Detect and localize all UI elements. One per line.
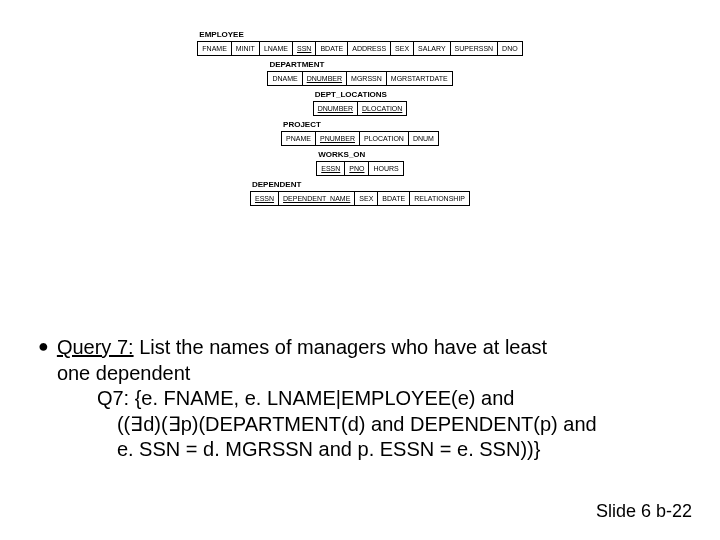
query-line3: e. SSN = d. MGRSSN and p. ESSN = e. SSN)… bbox=[117, 437, 541, 463]
schema-cell: LNAME bbox=[259, 41, 293, 56]
schema-cell: DLOCATION bbox=[357, 101, 407, 116]
schema-row: PNAMEPNUMBERPLOCATIONDNUM bbox=[281, 131, 439, 146]
schema-cell: SUPERSSN bbox=[450, 41, 499, 56]
query-desc2: one dependent bbox=[57, 362, 190, 384]
schema-cell: PLOCATION bbox=[359, 131, 409, 146]
schema-label: DEPARTMENT bbox=[269, 60, 324, 69]
schema-cell: MINIT bbox=[231, 41, 260, 56]
schema-label: PROJECT bbox=[283, 120, 321, 129]
bullet-icon: ● bbox=[38, 335, 49, 358]
schema-cell: SEX bbox=[354, 191, 378, 206]
schema-cell: PNUMBER bbox=[315, 131, 360, 146]
schema-works-on: WORKS_ON ESSNPNOHOURS bbox=[316, 150, 404, 176]
schema-project: PROJECT PNAMEPNUMBERPLOCATIONDNUM bbox=[281, 120, 439, 146]
schema-cell: ADDRESS bbox=[347, 41, 391, 56]
schema-row: DNUMBERDLOCATION bbox=[313, 101, 408, 116]
schema-cell: BDATE bbox=[377, 191, 410, 206]
query-line1: Q7: {e. FNAME, e. LNAME|EMPLOYEE(e) and bbox=[97, 387, 515, 409]
query-desc1: List the names of managers who have at l… bbox=[134, 336, 548, 358]
query-label: Query 7: bbox=[57, 336, 134, 358]
schema-diagram: EMPLOYEE FNAMEMINITLNAMESSNBDATEADDRESSS… bbox=[0, 0, 720, 206]
schema-cell: DNUMBER bbox=[313, 101, 358, 116]
schema-label: WORKS_ON bbox=[318, 150, 365, 159]
schema-cell: SSN bbox=[292, 41, 316, 56]
schema-cell: SEX bbox=[390, 41, 414, 56]
schema-cell: DNUMBER bbox=[302, 71, 347, 86]
schema-department: DEPARTMENT DNAMEDNUMBERMGRSSNMGRSTARTDAT… bbox=[267, 60, 452, 86]
schema-cell: DNUM bbox=[408, 131, 439, 146]
schema-row: FNAMEMINITLNAMESSNBDATEADDRESSSEXSALARYS… bbox=[197, 41, 522, 56]
schema-row: ESSNDEPENDENT_NAMESEXBDATERELATIONSHIP bbox=[250, 191, 470, 206]
schema-cell: DEPENDENT_NAME bbox=[278, 191, 355, 206]
schema-cell: SALARY bbox=[413, 41, 451, 56]
schema-row: ESSNPNOHOURS bbox=[316, 161, 404, 176]
schema-cell: MGRSTARTDATE bbox=[386, 71, 453, 86]
schema-cell: DNO bbox=[497, 41, 523, 56]
query-line2: ((∃d)(∃p)(DEPARTMENT(d) and DEPENDENT(p)… bbox=[117, 412, 597, 438]
schema-cell: ESSN bbox=[250, 191, 279, 206]
schema-cell: PNAME bbox=[281, 131, 316, 146]
schema-cell: DNAME bbox=[267, 71, 302, 86]
schema-cell: PNO bbox=[344, 161, 369, 176]
query-content: ● Query 7: List the names of managers wh… bbox=[38, 335, 690, 463]
slide-number: Slide 6 b-22 bbox=[596, 501, 692, 522]
schema-cell: HOURS bbox=[368, 161, 403, 176]
query-body: Q7: {e. FNAME, e. LNAME|EMPLOYEE(e) and … bbox=[97, 386, 597, 463]
schema-cell: ESSN bbox=[316, 161, 345, 176]
schema-cell: FNAME bbox=[197, 41, 232, 56]
schema-row: DNAMEDNUMBERMGRSSNMGRSTARTDATE bbox=[267, 71, 452, 86]
schema-dependent: DEPENDENT ESSNDEPENDENT_NAMESEXBDATERELA… bbox=[250, 180, 470, 206]
schema-label: DEPT_LOCATIONS bbox=[315, 90, 387, 99]
query-text: Query 7: List the names of managers who … bbox=[57, 335, 597, 463]
schema-cell: MGRSSN bbox=[346, 71, 387, 86]
schema-dept-locations: DEPT_LOCATIONS DNUMBERDLOCATION bbox=[313, 90, 408, 116]
schema-cell: RELATIONSHIP bbox=[409, 191, 470, 206]
schema-label: DEPENDENT bbox=[252, 180, 301, 189]
schema-label: EMPLOYEE bbox=[199, 30, 243, 39]
schema-cell: BDATE bbox=[315, 41, 348, 56]
schema-employee: EMPLOYEE FNAMEMINITLNAMESSNBDATEADDRESSS… bbox=[197, 30, 522, 56]
